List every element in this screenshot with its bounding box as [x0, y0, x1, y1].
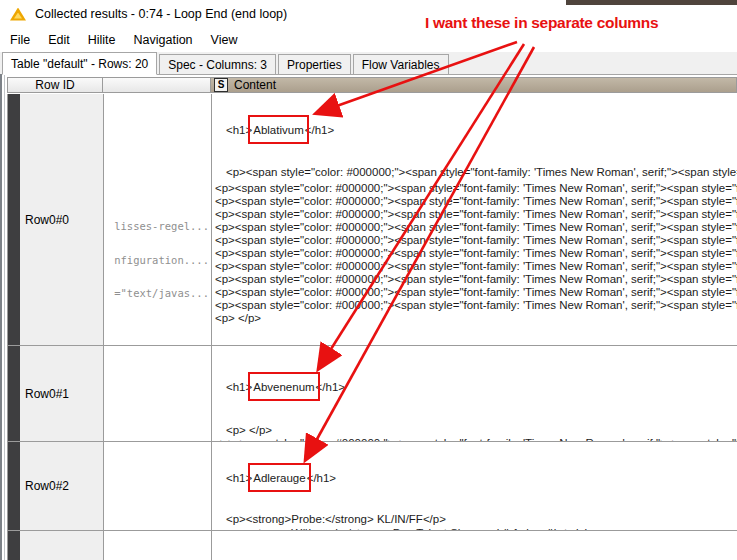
title-bar: Collected results - 0:74 - Loop End (end…	[0, 0, 287, 28]
content-line: <p><span style="color: #000000;"><span s…	[215, 299, 737, 312]
content-line-clipped: <p><strong>Während:</strong> Das Talent …	[226, 527, 591, 530]
content-line: <p><span style="color: #000000;"><span s…	[215, 195, 737, 208]
window-left-edge	[0, 74, 2, 560]
tab-table-default[interactable]: Table "default" - Rows: 20	[2, 52, 157, 75]
truncated-cell[interactable]	[104, 442, 212, 530]
table-row[interactable]: Row0#2 <h1>Adlerauge</h1> <p><strong>Pro…	[7, 442, 737, 531]
column-header-content-label: Content	[234, 78, 276, 92]
column-header-row-id[interactable]: Row ID	[7, 77, 103, 93]
menu-file[interactable]: File	[1, 31, 39, 49]
highlighted-term: Abvenenum	[252, 381, 315, 393]
row-id-cell[interactable]: Row0#1	[8, 346, 104, 441]
table-row[interactable]: Row0#0 lisses-regel... nfiguration.... =…	[7, 94, 737, 346]
row-id-label: Row0#1	[25, 387, 69, 401]
table-view-window: Collected results - 0:74 - Loop End (end…	[0, 0, 737, 560]
content-line: <p><span style="color: #000000;"><span s…	[215, 208, 737, 221]
content-line-clipped: <p><span style="color: #000000;"><span s…	[215, 437, 737, 441]
content-line-h1: <h1>Abvenenum</h1>	[226, 381, 345, 394]
menu-edit[interactable]: Edit	[39, 31, 79, 49]
row-color-swatch	[8, 346, 20, 441]
row-color-swatch	[8, 531, 20, 560]
truncated-cell[interactable]	[104, 346, 212, 441]
table-row[interactable]: Row0#1 <h1>Abvenenum</h1> <p> </p> <p><s…	[7, 346, 737, 442]
column-header-content[interactable]: S Content	[211, 77, 737, 93]
row-id-label: Row0#0	[25, 213, 69, 227]
highlighted-term: Ablativum	[252, 124, 305, 136]
h1-close-tag: </h1>	[307, 472, 336, 484]
background-window-strip	[566, 0, 737, 5]
content-line: <p><strong>Probe:</strong> KL/IN/FF</p>	[226, 513, 446, 526]
h1-close-tag: </h1>	[316, 381, 345, 393]
content-line: <p><span style="color: #000000;"><span s…	[215, 247, 737, 260]
row-color-swatch	[8, 442, 20, 530]
row-id-cell[interactable]: Row0#2	[8, 442, 104, 530]
row-color-swatch	[8, 94, 20, 345]
truncated-text: ="text/javas...	[114, 287, 209, 299]
truncated-cell[interactable]	[104, 531, 212, 560]
warning-triangle-icon	[10, 8, 26, 21]
tab-strip: Table "default" - Rows: 20 Spec - Column…	[0, 52, 737, 75]
content-line: <p><span style="color: #000000;"><span s…	[215, 221, 737, 234]
column-header-blank[interactable]	[103, 77, 211, 93]
content-cell[interactable]: <h1>Ablativum</h1> <p><span style="color…	[212, 94, 737, 345]
table-header-row: Row ID S Content	[7, 77, 737, 93]
window-left-edge-inner	[4, 74, 5, 560]
annotation-text: I want these in separate columns	[425, 14, 658, 32]
content-line-h1: <h1>Ablativum</h1>	[226, 124, 334, 137]
content-cell[interactable]: <h1>Abvenenum</h1> <p> </p> <p><span sty…	[212, 346, 737, 441]
results-table: Row ID S Content Row0#0 lisses-regel... …	[7, 77, 737, 560]
h1-close-tag: </h1>	[305, 124, 334, 136]
content-line-h1: <h1>Adlerauge</h1>	[226, 472, 336, 485]
content-line: <p> </p>	[215, 312, 261, 325]
row-id-cell[interactable]	[8, 531, 104, 560]
content-line: <p><span style="color: #000000;"><span s…	[215, 234, 737, 247]
content-line: <p><span style="color: #000000;"><span s…	[226, 166, 737, 179]
table-row-partial[interactable]	[7, 531, 737, 560]
truncated-text: lisses-regel...	[114, 220, 209, 232]
content-line: <p><span style="color: #000000;"><span s…	[215, 286, 737, 299]
highlighted-term: Adlerauge	[252, 472, 306, 484]
row-id-cell[interactable]: Row0#0	[8, 94, 104, 345]
tab-flow-variables[interactable]: Flow Variables	[353, 54, 449, 74]
content-cell[interactable]	[212, 531, 737, 560]
tab-spec-columns[interactable]: Spec - Columns: 3	[159, 54, 276, 74]
menu-bar: File Edit Hilite Navigation View	[1, 30, 246, 50]
content-line: <p><span style="color: #000000;"><span s…	[215, 273, 737, 286]
content-line: <p><span style="color: #000000;"><span s…	[215, 260, 737, 273]
content-cell[interactable]: <h1>Adlerauge</h1> <p><strong>Probe:</st…	[212, 442, 737, 530]
menu-navigation[interactable]: Navigation	[125, 31, 202, 49]
window-title: Collected results - 0:74 - Loop End (end…	[35, 7, 287, 21]
string-type-icon: S	[214, 78, 228, 92]
menu-hilite[interactable]: Hilite	[79, 31, 125, 49]
menu-view[interactable]: View	[202, 31, 247, 49]
content-line: <p> </p>	[226, 424, 272, 437]
truncated-cell[interactable]: lisses-regel... nfiguration.... ="text/j…	[104, 94, 212, 345]
row-id-label: Row0#2	[25, 479, 69, 493]
tab-properties[interactable]: Properties	[278, 54, 351, 74]
content-line: <p><span style="color: #000000;"><span s…	[215, 182, 737, 195]
truncated-text: nfiguration....	[114, 254, 209, 266]
